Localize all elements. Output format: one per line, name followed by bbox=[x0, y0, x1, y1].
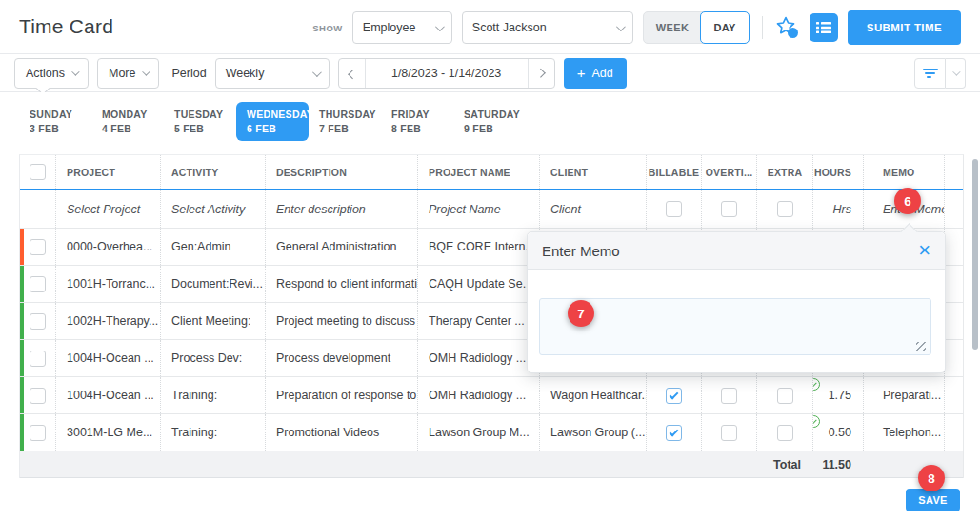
list-view-icon[interactable] bbox=[810, 13, 838, 42]
tab-tuesday[interactable]: TUESDAY5 FEB bbox=[164, 102, 236, 141]
favorite-star-icon[interactable] bbox=[775, 15, 800, 40]
week-toggle-button[interactable]: WEEK bbox=[644, 12, 702, 43]
cell-memo[interactable]: Telephon... bbox=[863, 414, 944, 451]
cell-project_name[interactable]: BQE CORE Intern... bbox=[417, 229, 539, 265]
row-checkbox[interactable] bbox=[30, 239, 46, 255]
next-period-button[interactable] bbox=[529, 59, 554, 88]
cell-memo[interactable]: Preparati... bbox=[863, 377, 944, 413]
tab-sunday[interactable]: SUNDAY3 FEB bbox=[19, 102, 91, 141]
cell-client[interactable]: Wagon Healthcar... bbox=[539, 377, 646, 413]
cell-activity[interactable]: Client Meeting: bbox=[160, 303, 265, 339]
column-header-project[interactable]: PROJECT bbox=[55, 155, 160, 189]
entry-billable-checkbox[interactable] bbox=[666, 201, 682, 217]
overtime-checkbox[interactable] bbox=[721, 388, 737, 404]
billable-checkbox[interactable] bbox=[666, 388, 682, 404]
cell-project_name[interactable]: Lawson Group M... bbox=[417, 414, 539, 451]
save-button[interactable]: SAVE bbox=[906, 489, 960, 511]
day-toggle-button[interactable]: DAY bbox=[700, 11, 749, 44]
date-range[interactable]: 1/8/2023 - 1/14/2023 bbox=[365, 59, 529, 88]
cell-description[interactable]: General Administration bbox=[265, 229, 417, 265]
column-header-project-name[interactable]: PROJECT NAME bbox=[417, 155, 539, 189]
tab-date-label: 5 FEB bbox=[174, 123, 226, 134]
cell-project[interactable]: 0000-Overhea... bbox=[55, 229, 160, 265]
row-checkbox[interactable] bbox=[30, 351, 46, 367]
overtime-checkbox[interactable] bbox=[721, 425, 737, 441]
row-checkbox[interactable] bbox=[30, 313, 46, 330]
more-button[interactable]: More bbox=[97, 58, 159, 89]
column-header-hours[interactable]: HOURS bbox=[812, 155, 863, 189]
entry-description[interactable]: Enter description bbox=[265, 190, 417, 228]
tab-monday[interactable]: MONDAY4 FEB bbox=[91, 102, 164, 141]
column-header-description[interactable]: DESCRIPTION bbox=[265, 155, 417, 189]
column-header-memo[interactable]: MEMO bbox=[863, 155, 944, 189]
tab-saturday[interactable]: SATURDAY9 FEB bbox=[453, 102, 526, 141]
entry-overtime-checkbox[interactable] bbox=[721, 201, 737, 217]
memo-textarea[interactable] bbox=[539, 298, 931, 355]
total-label: Total bbox=[756, 451, 812, 477]
cell-billable bbox=[646, 377, 701, 413]
add-button[interactable]: + Add bbox=[564, 58, 627, 89]
column-header-extra[interactable]: EXTRA bbox=[756, 155, 812, 189]
entry-client[interactable]: Client bbox=[539, 190, 646, 228]
cell-activity[interactable]: Document:Revi... bbox=[160, 266, 265, 302]
cell-description[interactable]: Respond to client informatio... bbox=[265, 266, 417, 302]
entry-project_name[interactable]: Project Name bbox=[417, 190, 539, 228]
filter-button[interactable] bbox=[914, 58, 946, 89]
cell-project[interactable]: 1004H-Ocean ... bbox=[55, 340, 160, 376]
close-icon[interactable]: × bbox=[918, 240, 930, 261]
cell-hours[interactable]: 1.75 bbox=[812, 377, 863, 413]
column-header-client[interactable]: CLIENT bbox=[539, 155, 646, 189]
cell-project_name[interactable]: OMH Radiology ... bbox=[417, 377, 539, 413]
week-day-toggle: WEEK DAY bbox=[643, 11, 750, 44]
billable-checkbox[interactable] bbox=[666, 425, 682, 441]
cell-activity[interactable]: Training: bbox=[160, 377, 265, 413]
cell-description[interactable]: Project meeting to discuss t... bbox=[265, 303, 417, 339]
tab-thursday[interactable]: THURSDAY7 FEB bbox=[309, 102, 381, 141]
actions-button[interactable]: Actions bbox=[14, 58, 89, 89]
show-select[interactable]: Employee bbox=[352, 11, 452, 44]
cell-project_name[interactable]: OMH Radiology ... bbox=[417, 340, 539, 376]
submit-time-button[interactable]: SUBMIT TIME bbox=[848, 10, 961, 45]
vertical-scrollbar[interactable] bbox=[972, 159, 978, 350]
column-header-overti-[interactable]: OVERTI... bbox=[701, 155, 756, 189]
row-checkbox[interactable] bbox=[30, 276, 46, 292]
annotation-step-8: 8 bbox=[918, 465, 945, 491]
row-checkbox[interactable] bbox=[30, 388, 46, 404]
cell-client[interactable]: Lawson Group (... bbox=[539, 414, 646, 451]
extra-checkbox[interactable] bbox=[777, 425, 793, 441]
period-select[interactable]: Weekly bbox=[215, 58, 330, 89]
select-all-checkbox[interactable] bbox=[30, 164, 46, 180]
cell-hours[interactable]: 0.50 bbox=[812, 414, 863, 451]
cell-project[interactable]: 1004H-Ocean ... bbox=[55, 377, 160, 413]
entry-activity[interactable]: Select Activity bbox=[160, 190, 265, 228]
tab-friday[interactable]: FRIDAY8 FEB bbox=[381, 102, 453, 141]
cell-activity[interactable]: Process Dev: bbox=[160, 340, 265, 376]
period-label: Period bbox=[171, 67, 206, 80]
entry-extra-checkbox[interactable] bbox=[777, 201, 793, 217]
cell-project[interactable]: 1002H-Therapy... bbox=[55, 303, 160, 339]
entry-hours[interactable]: Hrs bbox=[812, 190, 863, 228]
cell-description[interactable]: Process development bbox=[265, 340, 417, 376]
total-row: Total 11.50 bbox=[20, 451, 963, 478]
toolbar: Actions More Period Weekly 1/8/2023 - 1/… bbox=[0, 54, 980, 92]
column-header-activity[interactable]: ACTIVITY bbox=[160, 155, 265, 189]
cell-project[interactable]: 3001M-LG Me... bbox=[55, 414, 160, 451]
tab-date-label: 6 FEB bbox=[247, 123, 298, 134]
column-header-billable[interactable]: BILLABLE bbox=[646, 155, 701, 189]
cell-description[interactable]: Promotional Videos bbox=[265, 414, 417, 451]
cell-project_name[interactable]: CAQH Update Se... bbox=[417, 266, 539, 302]
popover-header: Enter Memo × bbox=[528, 232, 945, 270]
cell-activity[interactable]: Gen:Admin bbox=[160, 229, 265, 265]
row-checkbox[interactable] bbox=[30, 425, 46, 441]
employee-select[interactable]: Scott Jackson bbox=[462, 11, 633, 44]
cell-project_name[interactable]: Therapy Center ... bbox=[417, 303, 539, 339]
tab-wednesday[interactable]: WEDNESDAY6 FEB bbox=[236, 102, 309, 141]
prev-period-button[interactable] bbox=[339, 59, 365, 88]
cell-project[interactable]: 1001H-Torranc... bbox=[55, 266, 160, 302]
cell-description[interactable]: Preparation of response to s... bbox=[265, 377, 417, 413]
cell-activity[interactable]: Training: bbox=[160, 414, 265, 451]
entry-project[interactable]: Select Project bbox=[55, 190, 160, 228]
row-select-cell bbox=[20, 266, 55, 302]
extra-checkbox[interactable] bbox=[777, 388, 793, 404]
filter-dropdown-button[interactable] bbox=[946, 58, 966, 89]
